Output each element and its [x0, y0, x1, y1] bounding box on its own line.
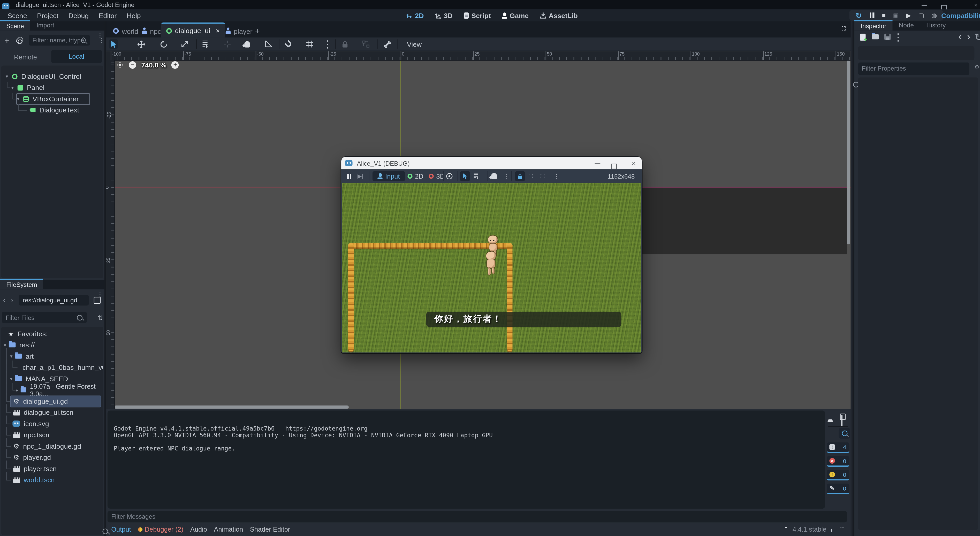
fs-back-icon[interactable]: ‹ [3, 296, 5, 304]
smart-snap-icon[interactable] [284, 39, 293, 49]
center-view-icon[interactable] [116, 61, 124, 69]
rotate-tool-icon[interactable] [159, 39, 168, 49]
fs-row-player-tscn[interactable]: player.tscn [1, 463, 103, 474]
fs-row-char-sprite[interactable]: char_a_p1_0bas_humn_v0... [1, 362, 103, 373]
chevron-down-icon[interactable]: ▾ [9, 85, 16, 91]
lock-selected-icon[interactable] [340, 39, 349, 49]
animation-bottom-tab[interactable]: Animation [214, 525, 243, 533]
fs-forward-icon[interactable]: › [11, 296, 13, 304]
filter-messages-input[interactable] [108, 511, 847, 522]
fs-path[interactable]: res://dialogue_ui.gd [19, 294, 89, 305]
audio-bottom-tab[interactable]: Audio [190, 525, 207, 533]
shader-editor-bottom-tab[interactable]: Shader Editor [250, 525, 290, 533]
debug-2d-button[interactable]: 2D [407, 171, 423, 181]
chevron-down-icon[interactable]: ▾ [2, 342, 8, 348]
next-frame-icon[interactable]: ▶| [358, 171, 363, 181]
fs-row-art[interactable]: ▾ art [1, 350, 103, 362]
expand-bottom-panel-icon[interactable]: ↑↑ [839, 525, 844, 531]
fs-row-dialogue-gd-selected[interactable]: ⚙ dialogue_ui.gd [1, 395, 103, 407]
history-forward-icon[interactable]: › [964, 33, 973, 41]
tab-inspector[interactable]: Inspector [854, 20, 892, 30]
fullscreen-icon[interactable]: ⛶ [529, 171, 533, 181]
move-tool-icon[interactable] [136, 39, 146, 49]
debug-select-icon[interactable] [460, 171, 470, 181]
add-node-button[interactable]: + [5, 35, 10, 46]
grid-snap-icon[interactable] [305, 39, 314, 49]
select-list-icon[interactable] [201, 39, 211, 49]
menu-debug[interactable]: Debug [63, 12, 94, 19]
scene-tree-menu-icon[interactable]: ⋮ [98, 37, 105, 44]
fs-row-res[interactable]: ▾ res:// [1, 339, 103, 351]
menu-project[interactable]: Project [32, 12, 63, 19]
debug-focus-icon[interactable] [446, 171, 452, 181]
minimize-window-icon[interactable]: — [919, 2, 930, 8]
debug-select-list-icon[interactable] [474, 171, 479, 181]
skeleton-options-icon[interactable] [383, 39, 392, 49]
menu-help[interactable]: Help [122, 12, 146, 19]
fs-filter-input[interactable] [2, 312, 87, 323]
zoom-out-button[interactable]: − [129, 61, 136, 69]
fs-sort-icon[interactable]: ⇅ [97, 314, 103, 321]
embed-focus-lock-icon[interactable] [515, 171, 525, 181]
menu-editor[interactable]: Editor [94, 12, 121, 19]
fs-row-favorites[interactable]: ★ Favorites: [1, 328, 103, 339]
mode-game-button[interactable]: Game [496, 12, 534, 19]
move-pivot-icon[interactable] [223, 39, 232, 49]
tab-history[interactable]: History [920, 20, 952, 30]
game-window-titlebar[interactable]: Alice_V1 (DEBUG) — × [341, 157, 642, 169]
restart-scene-icon[interactable]: ↻ [855, 12, 862, 19]
canvas[interactable]: − 740.0 % + Alice_V1 (DEBUG) — × [114, 60, 851, 409]
chevron-down-icon[interactable]: ▾ [4, 73, 10, 79]
zoom-in-button[interactable]: + [172, 61, 179, 69]
pause-scene-icon[interactable] [869, 12, 875, 19]
save-resource-icon[interactable] [883, 33, 892, 41]
chevron-down-icon[interactable]: ▾ [8, 376, 14, 382]
play-current-scene-icon[interactable]: ▶ [906, 12, 911, 18]
tab-scene[interactable]: Scene [0, 20, 30, 30]
debug-3d-button[interactable]: 3D [429, 171, 445, 181]
fs-split-mode-icon[interactable] [94, 296, 101, 304]
debug-pause-icon[interactable] [346, 171, 352, 181]
debug-pan-icon[interactable] [491, 171, 497, 181]
add-scene-tab-button[interactable]: + [250, 24, 265, 38]
embed-options-menu-icon[interactable]: ⋮ [554, 171, 558, 181]
property-name-style-icon[interactable]: ⚙ [974, 64, 980, 70]
history-back-icon[interactable]: ‹ [956, 33, 964, 41]
select-tool-icon[interactable] [109, 39, 118, 49]
tree-row[interactable]: ▾ Panel [1, 82, 103, 93]
2d-viewport[interactable]: − 740.0 % + Alice_V1 (DEBUG) — × [106, 51, 851, 409]
close-tab-icon[interactable]: × [216, 27, 220, 34]
expand-window-icon[interactable]: ⛶ [541, 171, 544, 181]
remote-tab[interactable]: Remote [0, 53, 51, 60]
filter-warnings-badge[interactable]: ! 0 [827, 470, 850, 480]
snap-options-menu-icon[interactable]: ⋮ [325, 39, 330, 49]
tree-row[interactable]: ▾ DialogueUI_Control [1, 70, 103, 82]
play-edited-scene-icon[interactable]: ▣ [893, 12, 899, 18]
game-close-icon[interactable]: × [624, 159, 643, 167]
mode-assetlib-button[interactable]: AssetLib [535, 12, 584, 19]
debug-menu-icon[interactable]: ⋮ [504, 171, 509, 181]
new-resource-icon[interactable]: + [858, 33, 867, 41]
object-history-icon[interactable]: ↻ [974, 33, 980, 41]
scene-tab-dialogue-ui[interactable]: dialogue_ui × [161, 22, 225, 38]
instance-scene-button[interactable] [15, 36, 24, 45]
tree-row[interactable]: DialogueText [1, 104, 103, 116]
debugger-bottom-tab[interactable]: Debugger (2) [145, 525, 183, 533]
game-minimize-icon[interactable]: — [588, 160, 607, 166]
fs-row-npc1-dialogue-gd[interactable]: ⚙ npc_1_dialogue.gd [1, 441, 103, 452]
horizontal-scrollbar[interactable] [114, 406, 349, 409]
movie-maker-icon[interactable]: ◍ [931, 12, 937, 18]
load-resource-icon[interactable] [871, 33, 880, 41]
menu-scene[interactable]: Scene [3, 12, 32, 19]
vertical-scrollbar[interactable] [847, 60, 850, 244]
scene-filter-input[interactable] [29, 35, 90, 46]
filter-errors-badge[interactable]: × 0 [827, 456, 850, 467]
mode-2d-button[interactable]: 2D [401, 12, 430, 19]
group-selected-icon[interactable] [361, 39, 371, 49]
mode-script-button[interactable]: Script [458, 12, 496, 19]
resource-options-icon[interactable]: ⋮ [896, 33, 900, 41]
local-tab[interactable]: Local [51, 50, 102, 63]
view-menu-button[interactable]: View [401, 39, 427, 49]
chevron-down-icon[interactable]: ▾ [8, 353, 14, 359]
filter-messages-badge[interactable]: ! 4 [827, 442, 850, 453]
